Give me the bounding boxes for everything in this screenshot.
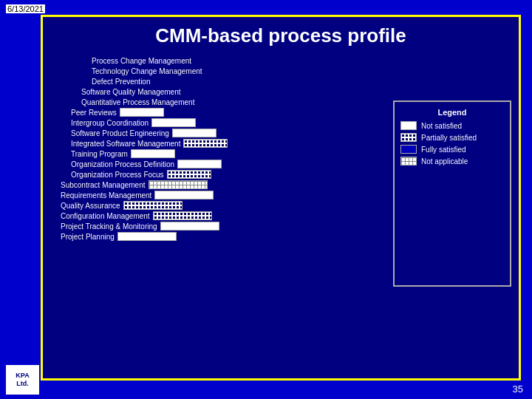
legend-swatch — [400, 145, 417, 154]
logo-ltd: Ltd. — [16, 380, 29, 388]
legend-label: Partially satisfied — [421, 134, 477, 142]
process-row: Organization Process Focus — [50, 170, 386, 179]
bar-container — [120, 108, 164, 117]
bar-segment — [172, 129, 216, 137]
bar-container — [154, 191, 214, 200]
process-row: Configuration Management — [50, 211, 386, 220]
legend-item: Fully satisfied — [400, 145, 504, 154]
process-label: Requirements Management — [61, 191, 151, 200]
process-label: Integrated Software Management — [71, 140, 180, 148]
bar-container — [123, 201, 183, 210]
bar-segment — [177, 160, 222, 168]
process-row: Quality Assurance — [50, 201, 386, 210]
process-label: Software Product Engineering — [71, 129, 169, 137]
main-content: Process Change ManagementTechnology Chan… — [50, 56, 511, 242]
legend-swatch — [400, 157, 417, 166]
legend-item: Not satisfied — [400, 121, 504, 130]
process-row: Software Quality Management — [50, 87, 386, 96]
bar-container — [160, 222, 219, 231]
process-row: Software Product Engineering — [50, 129, 386, 137]
legend-item: Not applicable — [400, 157, 504, 166]
process-row: Organization Process Definition — [50, 160, 386, 168]
process-row: Intergroup Coordination — [50, 118, 386, 127]
process-label: Technology Change Management — [92, 67, 202, 75]
process-label: Training Program — [71, 150, 128, 158]
slide-container: CMM-based process profile Process Change… — [41, 15, 521, 381]
bar-container — [167, 170, 211, 179]
bar-segment — [131, 149, 175, 158]
process-row: Process Change Management — [50, 56, 386, 65]
logo-kpa: KPA — [16, 372, 29, 380]
process-label: Project Planning — [61, 233, 115, 241]
process-label: Defect Prevention — [92, 78, 151, 86]
bar-container — [172, 129, 216, 137]
legend-label: Not applicable — [421, 157, 468, 166]
process-label: Peer Reviews — [71, 109, 117, 117]
process-label: Organization Process Definition — [71, 160, 174, 168]
process-row: Training Program — [50, 149, 386, 158]
process-label: Intergroup Coordination — [71, 119, 149, 127]
legend-swatch — [400, 133, 417, 142]
bar-segment — [153, 211, 212, 220]
process-label: Quality Assurance — [61, 202, 120, 210]
process-row: Defect Prevention — [50, 77, 386, 86]
process-row: Technology Change Management — [50, 66, 386, 75]
bar-segment — [120, 108, 164, 117]
bar-segment — [183, 139, 228, 148]
process-label: Organization Process Focus — [71, 171, 164, 179]
bar-container — [177, 160, 222, 168]
bar-container — [117, 232, 177, 241]
bar-segment — [151, 118, 196, 127]
process-label: Process Change Management — [92, 57, 191, 65]
process-row: Quantitative Process Management — [50, 98, 386, 106]
process-row: Subcontract Management — [50, 180, 386, 189]
process-label: Configuration Management — [61, 212, 150, 220]
bar-container — [131, 149, 175, 158]
bar-container — [151, 118, 196, 127]
process-row: Requirements Management — [50, 191, 386, 200]
process-row: Project Tracking & Monitoring — [50, 222, 386, 231]
bar-container — [183, 139, 228, 148]
bar-segment — [117, 232, 177, 241]
legend-title: Legend — [400, 108, 504, 117]
bar-segment — [154, 191, 214, 200]
bar-segment — [123, 201, 183, 210]
slide-title: CMM-based process profile — [50, 24, 511, 47]
bar-segment — [167, 170, 211, 179]
page-number: 35 — [513, 383, 523, 395]
date-label: 6/13/2021 — [6, 4, 45, 13]
process-label: Subcontract Management — [61, 181, 146, 189]
process-label: Quantitative Process Management — [81, 98, 194, 106]
legend-item: Partially satisfied — [400, 133, 504, 142]
bar-segment — [149, 180, 208, 189]
process-label: Software Quality Management — [81, 88, 181, 96]
legend-label: Not satisfied — [421, 122, 462, 130]
legend-label: Fully satisfied — [421, 146, 466, 154]
legend-swatch — [400, 121, 417, 130]
process-label: Project Tracking & Monitoring — [61, 222, 157, 231]
bar-segment — [160, 222, 219, 231]
bar-container — [153, 211, 212, 220]
logo-area: KPA Ltd. — [6, 365, 39, 395]
bar-container — [149, 180, 208, 189]
process-row: Peer Reviews — [50, 108, 386, 117]
process-row: Project Planning — [50, 232, 386, 241]
chart-area: Process Change ManagementTechnology Chan… — [50, 56, 386, 242]
legend-box: Legend Not satisfiedPartially satisfiedF… — [393, 100, 511, 287]
process-row: Integrated Software Management — [50, 139, 386, 148]
